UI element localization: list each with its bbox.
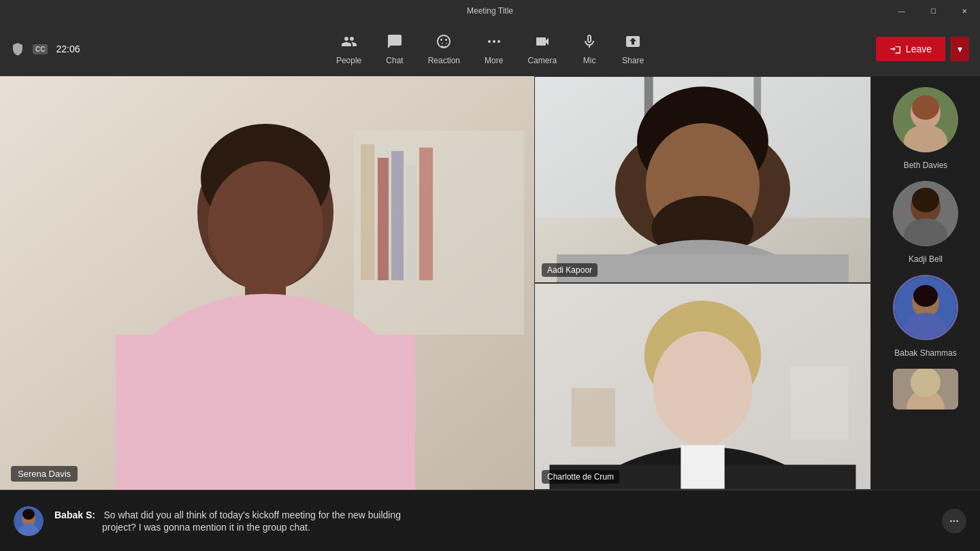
svg-point-45 <box>912 188 939 212</box>
participants-sidebar: Beth Davies Kadji Bell Babak Shammas <box>871 76 980 490</box>
sidebar-avatar-4[interactable] <box>893 369 958 410</box>
svg-point-1 <box>493 40 495 43</box>
svg-point-32 <box>653 331 753 445</box>
nav-reaction[interactable]: Reaction <box>417 28 471 71</box>
sidebar-avatar-beth[interactable] <box>893 87 958 152</box>
maximize-button[interactable]: ☐ <box>917 0 949 22</box>
svg-rect-6 <box>361 144 374 280</box>
svg-rect-26 <box>557 254 849 282</box>
main-video-serena: Serena Davis <box>0 76 534 490</box>
speech-line2: project? I was gonna mention it in the g… <box>54 522 310 533</box>
svg-point-13 <box>208 161 323 290</box>
serena-name-tag: Serena Davis <box>11 466 78 482</box>
kadji-avatar-svg <box>893 181 958 246</box>
chat-label: Chat <box>386 56 403 65</box>
right-controls: Leave ▾ <box>655 37 969 61</box>
right-videos: Aadi Kapoor <box>534 76 871 490</box>
minimize-button[interactable]: — <box>886 0 917 22</box>
close-button[interactable]: ✕ <box>949 0 980 22</box>
nav-items: People Chat Reaction <box>325 28 655 71</box>
main-content: Serena Davis <box>0 76 980 490</box>
charlotte-name-tag: Charlotte de Crum <box>542 470 619 484</box>
reaction-icon <box>436 33 452 53</box>
svg-point-57 <box>22 509 35 520</box>
video-grid: Serena Davis <box>0 76 871 490</box>
leave-dropdown-button[interactable]: ▾ <box>951 37 969 61</box>
babak-caption-avatar <box>14 506 44 536</box>
more-icon <box>486 33 502 53</box>
caption-speaker: Babak S: So what did you all think of to… <box>54 509 931 521</box>
people-label: People <box>336 56 361 65</box>
window-title: Meeting Title <box>467 6 513 16</box>
reaction-label: Reaction <box>428 56 460 65</box>
caption-bar: Babak S: So what did you all think of to… <box>0 490 980 551</box>
kadji-name: Kadji Bell <box>909 254 943 264</box>
timer: 22:06 <box>56 44 80 54</box>
video-cell-aadi: Aadi Kapoor <box>534 76 871 283</box>
nav-mic[interactable]: Mic <box>570 28 608 71</box>
mic-label: Mic <box>583 56 596 65</box>
svg-rect-16 <box>116 335 415 490</box>
svg-point-60 <box>953 520 956 522</box>
speaker-avatar <box>14 506 44 536</box>
mic-icon <box>581 33 598 53</box>
caption-more-button[interactable] <box>942 509 966 533</box>
serena-video-svg <box>0 76 534 490</box>
svg-point-61 <box>956 520 958 522</box>
beth-avatar-svg <box>893 87 958 152</box>
speaker-name: Babak S: <box>54 510 95 520</box>
svg-rect-36 <box>681 445 724 488</box>
svg-rect-7 <box>378 158 389 280</box>
sidebar-avatar-kadji[interactable] <box>893 181 958 246</box>
speech-line1: So what did you all think of today's kic… <box>103 510 401 520</box>
share-icon <box>625 33 641 53</box>
camera-label: Camera <box>527 56 557 65</box>
video-background <box>0 76 534 490</box>
people-icon <box>341 33 357 53</box>
svg-rect-30 <box>790 367 849 439</box>
babak-name: Babak Shammas <box>894 348 956 358</box>
top-bar: CC 22:06 People Chat <box>0 22 980 76</box>
svg-point-59 <box>950 520 952 522</box>
camera-icon <box>534 33 551 53</box>
left-controls: CC 22:06 <box>11 42 325 56</box>
svg-rect-8 <box>391 151 404 280</box>
babak-avatar-svg <box>895 277 956 338</box>
sidebar-avatar-babak[interactable] <box>893 275 958 340</box>
share-label: Share <box>622 56 644 65</box>
caption-text-container: Babak S: So what did you all think of to… <box>54 509 931 533</box>
shield-icon <box>11 42 24 56</box>
svg-point-50 <box>913 285 938 307</box>
nav-camera[interactable]: Camera <box>517 28 568 71</box>
charlotte-video-svg <box>535 284 870 489</box>
p4-avatar-svg <box>893 369 958 410</box>
aadi-video-svg <box>535 77 870 282</box>
svg-rect-29 <box>572 388 615 447</box>
window-controls: — ☐ ✕ <box>886 0 980 22</box>
nav-share[interactable]: Share <box>611 28 655 71</box>
nav-more[interactable]: More <box>474 28 514 71</box>
svg-rect-10 <box>419 148 433 280</box>
svg-point-2 <box>497 40 500 43</box>
svg-point-0 <box>488 40 491 43</box>
nav-people[interactable]: People <box>325 28 372 71</box>
leave-button[interactable]: Leave <box>876 37 945 61</box>
svg-point-54 <box>911 369 941 397</box>
svg-rect-9 <box>407 165 416 280</box>
more-label: More <box>485 56 503 65</box>
video-cell-charlotte: Charlotte de Crum <box>534 283 871 490</box>
beth-name: Beth Davies <box>904 161 948 170</box>
svg-point-40 <box>912 95 939 120</box>
speech-line2-container: project? I was gonna mention it in the g… <box>54 521 931 533</box>
aadi-name-tag: Aadi Kapoor <box>542 263 598 277</box>
nav-chat[interactable]: Chat <box>375 28 414 71</box>
title-bar: Meeting Title — ☐ ✕ <box>0 0 980 22</box>
cc-badge: CC <box>33 44 48 54</box>
chat-icon <box>387 33 403 53</box>
leave-label: Leave <box>906 44 932 54</box>
